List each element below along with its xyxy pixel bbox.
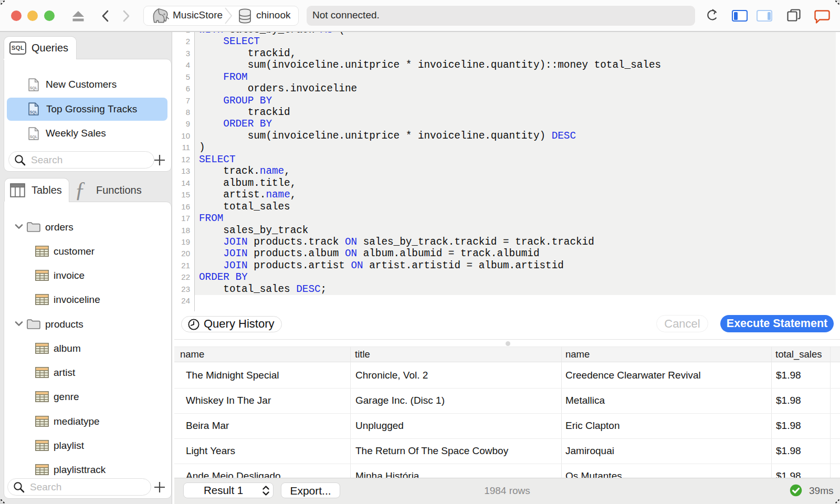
svg-text:SQL: SQL: [30, 86, 38, 90]
svg-text:SQL: SQL: [30, 135, 38, 139]
svg-text:SQL: SQL: [30, 110, 38, 114]
